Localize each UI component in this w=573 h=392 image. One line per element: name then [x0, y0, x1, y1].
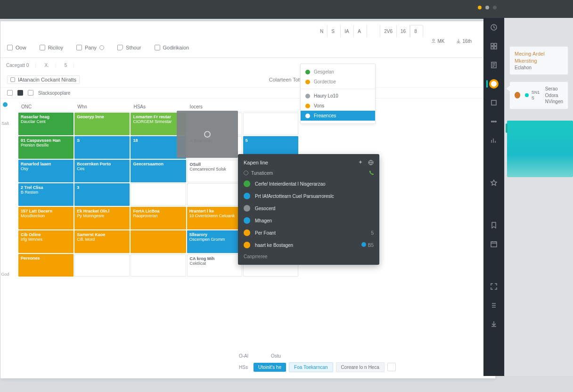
calendar-event[interactable]: Bccernken PortoCes: [74, 160, 130, 182]
ribbon-item[interactable]: Godirikaion: [155, 45, 189, 50]
sparkle-icon[interactable]: [358, 160, 363, 165]
ribbon-item[interactable]: Riciloy: [40, 45, 63, 50]
calendar-col-header[interactable]: Whn: [74, 102, 130, 112]
calendar-icon[interactable]: [489, 239, 499, 249]
tab-label: 2V6: [384, 29, 393, 34]
square-icon-filled[interactable]: [17, 90, 23, 96]
tab[interactable]: 16: [397, 25, 410, 37]
calendar-event[interactable]: Ranarlod laaenOsy: [18, 160, 74, 182]
contacts-item[interactable]: Haury Lo10: [301, 91, 375, 101]
calendar-event[interactable]: 157 Latt DecernMoodkection: [18, 207, 74, 229]
dots-icon[interactable]: [489, 117, 499, 126]
calendar-col-header[interactable]: Iocers: [187, 102, 242, 112]
bookmark-icon[interactable]: [489, 220, 499, 230]
square-icon[interactable]: [7, 90, 13, 96]
contacts-item[interactable]: Vons: [301, 101, 375, 111]
primary-button[interactable]: Utoinit's he: [254, 363, 286, 372]
phone-icon[interactable]: [369, 170, 374, 176]
contacts-item[interactable]: Gordectoe: [301, 77, 375, 87]
calendar-col-header[interactable]: [243, 102, 298, 112]
window-close-dot[interactable]: [493, 6, 497, 9]
tab[interactable]: IA: [341, 25, 354, 37]
calendar-event[interactable]: CA krog MihCektlicat: [187, 254, 242, 277]
tab[interactable]: N: [310, 25, 327, 37]
note-icon[interactable]: [489, 60, 499, 70]
tab[interactable]: S: [327, 25, 341, 37]
calendar-event[interactable]: SllearoryOscempen Gromm: [187, 230, 242, 253]
tab-label: 16: [401, 29, 406, 34]
tab[interactable]: A: [354, 25, 367, 37]
window-minimize-dot[interactable]: [478, 6, 482, 9]
filter-row: Slacksopoplare: [0, 87, 495, 98]
notification-label: SN1 S: [532, 90, 542, 101]
ribbon-label: Oow: [16, 45, 26, 50]
download-icon[interactable]: [489, 319, 499, 329]
popup-row[interactable]: Prt IAfArctottearn Cuel Parsuarroreslc: [238, 190, 379, 202]
calendar-event[interactable]: [74, 254, 130, 277]
section-caption[interactable]: IAtanacin Cockant Niratts: [7, 75, 80, 84]
expand-icon[interactable]: [489, 282, 499, 291]
tab[interactable]: [367, 25, 380, 37]
app-icon[interactable]: [489, 98, 499, 107]
calendar-event[interactable]: Geoeryp lnne: [74, 113, 130, 135]
calendar-event[interactable]: [131, 183, 186, 206]
calendar-event[interactable]: [131, 230, 186, 253]
status-dot: [244, 205, 250, 212]
popup-row[interactable]: Per Foant5: [238, 227, 379, 239]
footer-square[interactable]: [387, 363, 396, 371]
filter-label[interactable]: Slacksopoplare: [38, 90, 70, 96]
popup-footer[interactable]: Canprreree: [238, 251, 379, 259]
chart-icon[interactable]: [489, 136, 499, 145]
tertiary-button[interactable]: Coreare lo n Heca: [336, 362, 385, 372]
calendar-event[interactable]: FortA LicBoaRaoproveran: [131, 207, 186, 229]
popup-row[interactable]: Mhagen: [238, 214, 379, 227]
star-icon[interactable]: [489, 178, 499, 188]
calendar-col-header[interactable]: ONC: [18, 102, 74, 112]
status-dot: [244, 229, 250, 236]
svg-rect-8: [491, 100, 496, 105]
calendar-event[interactable]: 01 Caspavssen HanPrenisn Besille: [18, 136, 74, 159]
calendar-event[interactable]: Rasaclar heagDauclar Cent: [18, 113, 74, 135]
calendar-event[interactable]: Cib OdineIrfg Wmnes: [18, 230, 74, 253]
calendar-event[interactable]: Ek Hracket Oln.lPy Monngesre: [74, 207, 130, 229]
window-maximize-dot[interactable]: [485, 6, 489, 9]
calendar-event[interactable]: OSullCencanrecml Solsk: [187, 160, 242, 182]
mail-icon-active[interactable]: [489, 79, 499, 89]
secondary-button[interactable]: Foa Toekarncan: [289, 362, 333, 372]
list-icon[interactable]: [489, 301, 499, 310]
calendar-event[interactable]: Samerst KaoeCill. Mord: [74, 230, 130, 253]
calendar-event[interactable]: [187, 183, 242, 206]
calendar-event[interactable]: [243, 113, 298, 135]
calendar-event[interactable]: Pereones: [18, 254, 74, 277]
breadcrumb[interactable]: Cacegatt 0: [6, 63, 36, 68]
popup-subtitle: Tunaticem: [251, 171, 273, 176]
globe-icon[interactable]: [368, 160, 374, 165]
notification-card[interactable]: Mecing Ardel Mkersting Eclahon: [509, 46, 568, 75]
ribbon-item[interactable]: Oow: [7, 45, 26, 50]
clock-icon[interactable]: [489, 23, 499, 32]
popup-row[interactable]: haart ke BostagenB5: [238, 239, 379, 251]
popup-row[interactable]: Gesocerd: [238, 202, 379, 214]
tab[interactable]: 2V6: [380, 25, 397, 37]
calendar-event[interactable]: S: [74, 136, 130, 159]
ribbon-item[interactable]: Pany: [76, 45, 104, 50]
popup-row-label: Gesocerd: [255, 206, 275, 211]
calendar-event[interactable]: 2 Trel ClisaB Resten: [18, 183, 74, 206]
notification-card[interactable]: SN1 S Serao Odora NVingen: [509, 82, 568, 109]
contacts-item-selected[interactable]: Freaences: [301, 111, 375, 121]
resize-handle[interactable]: [506, 123, 508, 133]
window-controls: [478, 6, 497, 9]
calendar-col-header[interactable]: HSAs: [131, 102, 186, 112]
calendar-event[interactable]: Geecersaamon: [131, 160, 186, 182]
teal-tile[interactable]: [507, 121, 573, 177]
grid-icon[interactable]: [489, 41, 499, 51]
contacts-item[interactable]: Gesgelan: [301, 67, 375, 77]
calendar-event[interactable]: Hrantert l ke19 Oventckenn Cetoank: [187, 207, 242, 229]
popup-row[interactable]: Cerfe/ Inteierdientat l Nisgerarzao: [238, 178, 379, 190]
calendar-event[interactable]: [131, 254, 186, 277]
tab-active[interactable]: 8: [410, 25, 423, 37]
calendar-event[interactable]: 3: [74, 183, 130, 206]
square-icon[interactable]: [28, 90, 33, 96]
ribbon-item[interactable]: Sthour: [117, 45, 141, 50]
popup-row-label: haart ke Bostagen: [255, 243, 293, 248]
